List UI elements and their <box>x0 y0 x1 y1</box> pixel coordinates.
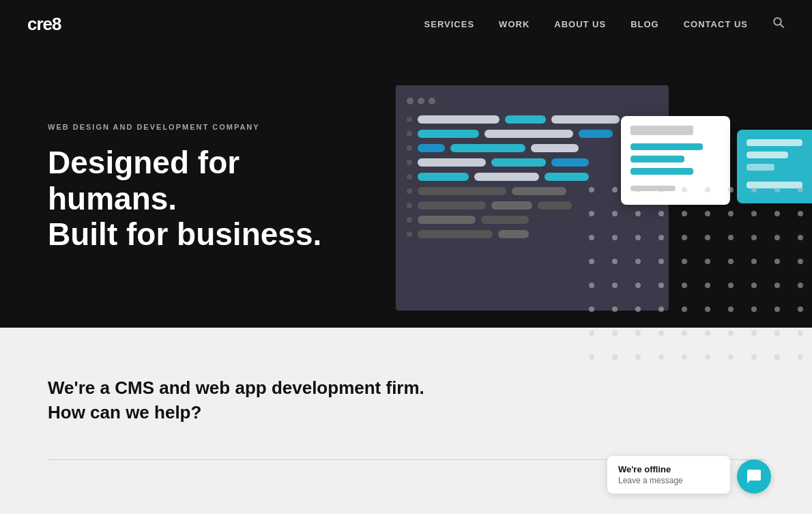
hero-subtitle: WEB DESIGN AND DEVELOPMENT COMPANY <box>48 123 328 131</box>
nav-contact[interactable]: CONTACT US <box>684 19 748 29</box>
svg-line-1 <box>780 24 783 27</box>
chat-status: We're offline <box>618 464 719 474</box>
chat-widget[interactable]: We're offline Leave a message <box>607 456 771 494</box>
editor-line <box>407 158 658 167</box>
phone-card2-bar <box>746 152 788 158</box>
code-bar <box>484 130 573 138</box>
chat-icon <box>746 468 762 485</box>
search-icon[interactable] <box>772 16 785 32</box>
code-bar <box>418 216 476 224</box>
code-bar <box>418 130 479 138</box>
editor-line <box>407 115 658 124</box>
nav-work[interactable]: WORK <box>499 19 530 29</box>
main-nav: SERVICES WORK ABOUT US BLOG CONTACT US <box>424 16 785 32</box>
chat-open-button[interactable] <box>737 459 771 494</box>
dots-decoration <box>580 177 812 369</box>
editor-dot-1 <box>407 98 414 104</box>
expertise-section: Expertise & Capabilities <box>0 494 812 514</box>
chat-bubble: We're offline Leave a message <box>607 456 730 494</box>
logo[interactable]: cre8 <box>27 14 61 35</box>
phone-card-bar <box>630 143 703 150</box>
code-bar <box>474 173 539 181</box>
phone-card2-bar <box>746 164 774 171</box>
editor-line <box>407 130 658 138</box>
code-bar <box>505 115 546 124</box>
header: cre8 SERVICES WORK ABOUT US BLOG CONTACT… <box>0 0 812 48</box>
line-gutter <box>407 131 412 137</box>
line-gutter <box>407 174 412 180</box>
code-bar <box>450 144 525 152</box>
code-bar <box>481 216 529 224</box>
code-bar <box>491 158 546 167</box>
chat-subtitle: Leave a message <box>618 476 719 485</box>
line-gutter <box>407 117 412 122</box>
code-bar <box>491 201 532 210</box>
code-bar <box>418 115 499 124</box>
editor-line <box>407 144 658 152</box>
hero-title: Designed for humans. Built for business. <box>48 145 328 253</box>
nav-services[interactable]: SERVICES <box>424 19 475 29</box>
phone-card2-bar <box>746 139 802 146</box>
svg-point-0 <box>774 18 781 25</box>
line-gutter <box>407 203 412 208</box>
editor-dot-2 <box>418 98 424 104</box>
code-bar <box>418 187 506 195</box>
line-gutter <box>407 231 412 237</box>
code-bar <box>579 130 613 138</box>
line-gutter <box>407 188 412 194</box>
phone-card-bar <box>630 156 684 162</box>
code-bar <box>418 158 486 167</box>
editor-dot-3 <box>429 98 435 104</box>
editor-dots <box>407 98 658 104</box>
code-bar <box>418 201 486 210</box>
line-gutter <box>407 217 412 223</box>
code-bar <box>418 173 469 181</box>
code-bar <box>531 144 579 152</box>
nav-blog[interactable]: BLOG <box>630 19 659 29</box>
code-bar <box>418 230 493 238</box>
code-bar <box>418 144 445 152</box>
code-bar <box>551 115 620 124</box>
line-gutter <box>407 145 412 151</box>
intro-text: We're a CMS and web app development firm… <box>48 375 430 425</box>
code-bar <box>512 187 566 195</box>
code-bar <box>538 201 572 210</box>
phone-card-bar <box>630 168 693 175</box>
phone-card-header <box>630 126 693 135</box>
hero-text-block: WEB DESIGN AND DEVELOPMENT COMPANY Desig… <box>0 82 368 294</box>
line-gutter <box>407 160 412 165</box>
code-bar <box>551 158 589 167</box>
code-bar <box>498 230 529 238</box>
nav-about[interactable]: ABOUT US <box>554 19 606 29</box>
